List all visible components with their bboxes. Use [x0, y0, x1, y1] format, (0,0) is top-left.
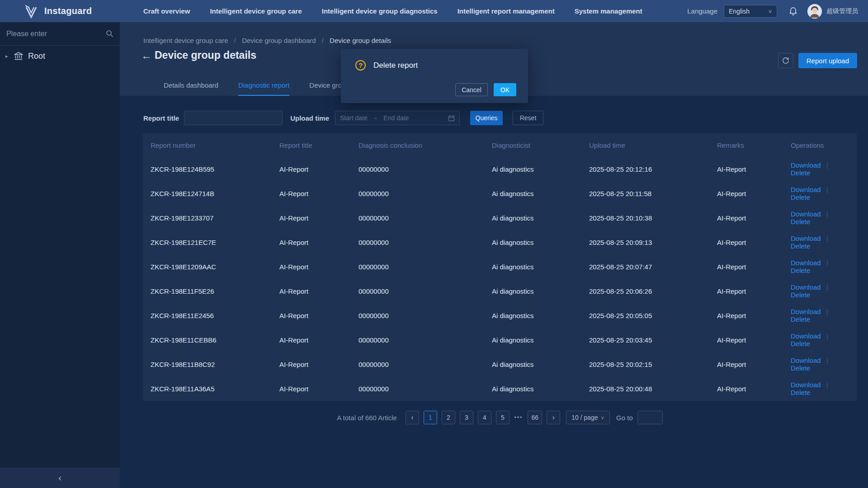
cell-remarks: AI-Report: [717, 190, 791, 197]
cell-diagnosis-conclusion: 00000000: [359, 263, 492, 271]
sidebar-item-root[interactable]: ▸ Root: [0, 46, 120, 66]
goto-page-input[interactable]: [637, 411, 663, 424]
delete-link[interactable]: Delete: [791, 291, 810, 299]
pagination-page-1[interactable]: 1: [424, 411, 437, 424]
table-body: ZKCR-198E124B595 AI-Report 00000000 Ai d…: [151, 157, 849, 401]
sidebar-collapse-bar[interactable]: ‹: [0, 468, 120, 488]
back-arrow-icon[interactable]: ←: [141, 50, 152, 61]
cell-report-number: ZKCR-198E121EC7E: [151, 239, 279, 246]
report-title-input[interactable]: [184, 111, 283, 125]
refresh-button[interactable]: [778, 53, 793, 68]
delete-link[interactable]: Delete: [791, 242, 810, 250]
cell-upload-time: 2025-08-25 20:02:15: [589, 361, 717, 368]
download-link[interactable]: Download: [791, 308, 821, 315]
delete-link[interactable]: Delete: [791, 315, 810, 323]
cell-operations: Download | Delete: [791, 308, 849, 323]
delete-link[interactable]: Delete: [791, 193, 810, 201]
language-select[interactable]: English ∨: [724, 5, 777, 18]
nav-item-device-group-care[interactable]: Intelligent device group care: [210, 7, 302, 15]
cell-report-title: AI-Report: [279, 336, 359, 344]
pagination-prev-button[interactable]: ‹: [406, 411, 419, 424]
nav-item-report-management[interactable]: Intelligent report management: [458, 7, 555, 15]
cell-upload-time: 2025-08-25 20:05:05: [589, 312, 717, 319]
pagination-total: A total of 660 Article: [337, 414, 397, 422]
cell-diagnosticist: Ai diagnostics: [492, 287, 589, 295]
nav-item-device-group-diagnostics[interactable]: Intelligent device group diagnostics: [322, 7, 438, 15]
end-date-placeholder: End date: [383, 114, 409, 122]
download-link[interactable]: Download: [791, 186, 821, 193]
delete-link[interactable]: Delete: [791, 267, 810, 274]
cell-diagnosticist: Ai diagnostics: [492, 263, 589, 271]
queries-button[interactable]: Queries: [470, 111, 503, 125]
pagination: A total of 660 Article ‹ 1 2 3 4 5 ••• 6…: [143, 411, 857, 424]
page-size-select[interactable]: 10 / page ∨: [566, 411, 610, 424]
delete-link[interactable]: Delete: [791, 340, 810, 347]
pagination-page-3[interactable]: 3: [460, 411, 473, 424]
calendar-icon: [448, 115, 455, 122]
user-avatar[interactable]: [807, 4, 822, 19]
delete-link[interactable]: Delete: [791, 169, 810, 177]
cell-remarks: AI-Report: [717, 239, 791, 246]
cell-operations: Download | Delete: [791, 210, 849, 225]
user-name[interactable]: 超级管理员: [826, 7, 858, 15]
nav-item-craft-overview[interactable]: Craft overview: [143, 7, 190, 15]
tab-diagnostic-report[interactable]: Diagnostic report: [238, 81, 289, 96]
nav-item-system-management[interactable]: System management: [575, 7, 642, 15]
pagination-page-2[interactable]: 2: [442, 411, 455, 424]
search-icon[interactable]: [106, 30, 113, 38]
pagination-page-5[interactable]: 5: [496, 411, 509, 424]
bell-icon[interactable]: [789, 7, 797, 16]
delete-link[interactable]: Delete: [791, 218, 810, 225]
report-upload-button[interactable]: Report upload: [798, 53, 857, 68]
cell-report-number: ZKCR-198E11B8C92: [151, 361, 279, 368]
breadcrumb-separator: /: [234, 37, 236, 44]
cell-diagnosis-conclusion: 00000000: [359, 287, 492, 295]
breadcrumb-item[interactable]: Intelligent device group care: [143, 37, 228, 44]
operations-separator: |: [826, 210, 828, 218]
nav-menu: Craft overview Intelligent device group …: [143, 7, 642, 15]
table-row: ZKCR-198E121EC7E AI-Report 00000000 Ai d…: [151, 230, 849, 254]
pagination-ellipsis[interactable]: •••: [514, 414, 523, 421]
download-link[interactable]: Download: [791, 210, 821, 218]
nav-right: Language English ∨ 超级管理员: [687, 4, 868, 19]
sidebar-search-input[interactable]: [6, 30, 106, 38]
delete-link[interactable]: Delete: [791, 364, 810, 372]
cell-report-title: AI-Report: [279, 263, 359, 271]
operations-separator: |: [826, 235, 828, 242]
sidebar: ▸ Root ‹: [0, 22, 120, 488]
tab-device-group[interactable]: Device grou: [309, 81, 345, 96]
caret-right-icon[interactable]: ▸: [5, 53, 14, 59]
download-link[interactable]: Download: [791, 235, 821, 242]
upload-time-label: Upload time: [290, 114, 329, 122]
cell-upload-time: 2025-08-25 20:07:47: [589, 263, 717, 271]
tab-details-dashboard[interactable]: Details dashboard: [164, 81, 218, 96]
operations-separator: |: [826, 161, 828, 169]
download-link[interactable]: Download: [791, 381, 821, 389]
download-link[interactable]: Download: [791, 161, 821, 169]
column-header-report-title: Report title: [279, 141, 359, 149]
ok-button[interactable]: OK: [494, 83, 516, 96]
brand: Instaguard: [0, 4, 120, 19]
cell-upload-time: 2025-08-25 20:10:38: [589, 214, 717, 222]
operations-separator: |: [826, 332, 828, 340]
cell-diagnosticist: Ai diagnostics: [492, 190, 589, 197]
pagination-page-4[interactable]: 4: [478, 411, 491, 424]
reset-button[interactable]: Reset: [513, 111, 543, 125]
cell-report-number: ZKCR-198E11E2456: [151, 312, 279, 319]
download-link[interactable]: Download: [791, 332, 821, 340]
upload-time-range-picker[interactable]: Start date ~ End date: [335, 111, 460, 125]
cell-remarks: AI-Report: [717, 312, 791, 319]
pagination-next-button[interactable]: ›: [547, 411, 560, 424]
download-link[interactable]: Download: [791, 357, 821, 364]
pagination-page-66[interactable]: 66: [528, 411, 542, 424]
breadcrumb-item[interactable]: Device group dashboard: [242, 37, 316, 44]
download-link[interactable]: Download: [791, 259, 821, 267]
cancel-button[interactable]: Cancel: [455, 83, 488, 96]
download-link[interactable]: Download: [791, 283, 821, 291]
table-row: ZKCR-198E11CEBB6 AI-Report 00000000 Ai d…: [151, 328, 849, 352]
chevron-down-icon: ∨: [768, 8, 772, 14]
delete-link[interactable]: Delete: [791, 389, 810, 396]
top-navbar: Instaguard Craft overview Intelligent de…: [0, 0, 868, 22]
cell-report-title: AI-Report: [279, 287, 359, 295]
table-row: ZKCR-198E124B595 AI-Report 00000000 Ai d…: [151, 157, 849, 181]
